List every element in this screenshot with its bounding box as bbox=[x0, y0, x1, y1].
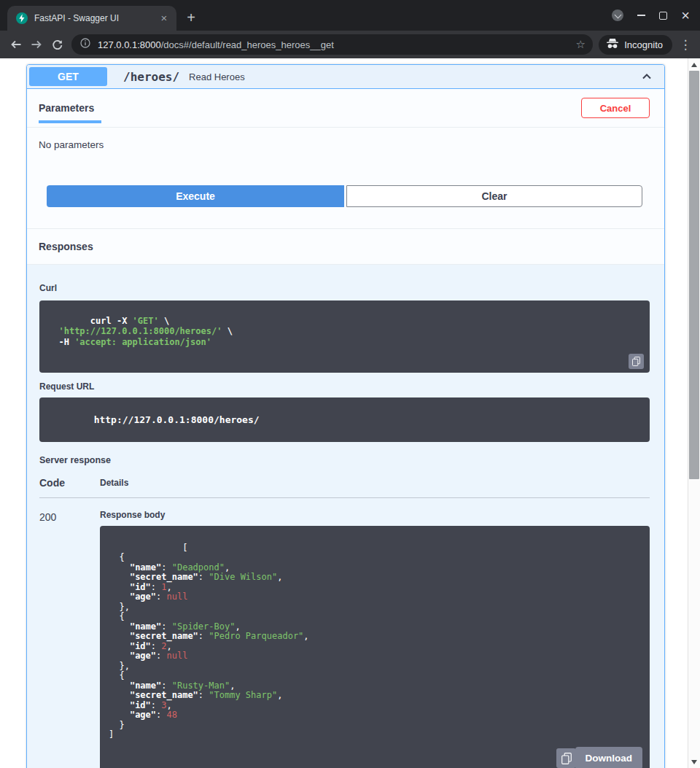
status-code: 200 bbox=[39, 510, 100, 523]
response-table-header: Code Details bbox=[39, 474, 650, 498]
minimize-icon[interactable] bbox=[637, 15, 645, 16]
request-url-block: http://127.0.0.1:8000/heroes/ bbox=[39, 397, 650, 442]
window-close-icon[interactable]: × bbox=[681, 9, 690, 21]
response-body-label: Response body bbox=[100, 510, 650, 520]
clear-button[interactable]: Clear bbox=[346, 185, 642, 207]
site-info-icon[interactable] bbox=[80, 38, 90, 51]
details-column-header: Details bbox=[100, 478, 650, 488]
code-column-header: Code bbox=[39, 477, 100, 489]
maximize-icon[interactable] bbox=[659, 12, 667, 20]
execute-row: Execute Clear bbox=[47, 185, 642, 207]
curl-label: Curl bbox=[39, 283, 650, 293]
incognito-icon bbox=[606, 39, 619, 51]
url-text[interactable]: 127.0.0.1:8000/docs#/default/read_heroes… bbox=[98, 39, 571, 50]
address-bar[interactable]: 127.0.0.1:8000/docs#/default/read_heroes… bbox=[71, 34, 593, 55]
reload-icon[interactable] bbox=[47, 34, 67, 55]
window-controls: × bbox=[612, 0, 690, 31]
browser-toolbar: 127.0.0.1:8000/docs#/default/read_heroes… bbox=[0, 31, 700, 58]
copy-response-icon[interactable] bbox=[556, 748, 576, 768]
tab-close-icon[interactable]: × bbox=[158, 12, 171, 25]
request-url-value: http://127.0.0.1:8000/heroes/ bbox=[94, 414, 260, 425]
page-scrollbar[interactable] bbox=[688, 58, 700, 768]
curl-command-text: curl -X 'GET' \ 'http://127.0.0.1:8000/h… bbox=[48, 316, 233, 347]
scroll-up-icon[interactable] bbox=[688, 58, 700, 71]
cancel-button[interactable]: Cancel bbox=[581, 98, 650, 118]
browser-titlebar: FastAPI - Swagger UI × + × bbox=[0, 0, 700, 31]
swagger-page: GET /heroes/ Read Heroes Parameters Canc… bbox=[0, 58, 688, 768]
responses-title: Responses bbox=[39, 241, 93, 252]
parameters-body: No parameters Execute Clear bbox=[27, 128, 664, 228]
response-row-200: 200 Response body [ { "name": "Deadpond"… bbox=[39, 498, 650, 768]
operation-description: Read Heroes bbox=[189, 71, 245, 82]
responses-header: Responses bbox=[27, 228, 664, 265]
browser-update-icon[interactable] bbox=[612, 9, 623, 21]
curl-command-block: curl -X 'GET' \ 'http://127.0.0.1:8000/h… bbox=[39, 300, 650, 373]
server-response-label: Server response bbox=[39, 455, 650, 465]
no-parameters-message: No parameters bbox=[27, 128, 664, 150]
url-host: 127.0.0.1:8000 bbox=[98, 39, 161, 50]
browser-menu-icon[interactable]: ⋮ bbox=[677, 37, 694, 53]
new-tab-button[interactable]: + bbox=[181, 8, 201, 28]
tab-title: FastAPI - Swagger UI bbox=[34, 13, 158, 23]
response-details-cell: Response body [ { "name": "Deadpond", "s… bbox=[100, 510, 650, 768]
bookmark-star-icon[interactable]: ☆ bbox=[571, 35, 590, 54]
request-url-label: Request URL bbox=[39, 381, 650, 392]
operation-summary[interactable]: GET /heroes/ Read Heroes bbox=[27, 65, 664, 89]
incognito-badge: Incognito bbox=[599, 35, 672, 55]
tab-parameters[interactable]: Parameters bbox=[39, 89, 94, 127]
scroll-down-icon[interactable] bbox=[688, 756, 700, 768]
operation-path: /heroes/ bbox=[123, 70, 179, 84]
browser-tab[interactable]: FastAPI - Swagger UI × bbox=[7, 6, 176, 31]
forward-icon[interactable] bbox=[26, 34, 47, 55]
responses-body: Curl curl -X 'GET' \ 'http://127.0.0.1:8… bbox=[27, 265, 664, 768]
back-icon[interactable] bbox=[6, 34, 26, 55]
url-path: /docs#/default/read_heroes_heroes__get bbox=[161, 39, 334, 50]
parameters-header: Parameters Cancel bbox=[27, 89, 664, 128]
copy-curl-icon[interactable] bbox=[629, 354, 644, 369]
response-body-block: [ { "name": "Deadpond", "secret_name": "… bbox=[100, 526, 650, 768]
download-button[interactable]: Download bbox=[575, 747, 643, 768]
fastapi-favicon-icon bbox=[16, 12, 28, 24]
operation-block-get-heroes: GET /heroes/ Read Heroes Parameters Canc… bbox=[26, 64, 665, 768]
response-body-json: [ { "name": "Deadpond", "secret_name": "… bbox=[109, 543, 309, 740]
execute-button[interactable]: Execute bbox=[47, 185, 344, 207]
scrollbar-thumb[interactable] bbox=[689, 71, 699, 479]
collapse-chevron-icon[interactable] bbox=[639, 69, 654, 84]
incognito-label: Incognito bbox=[624, 39, 663, 50]
server-response-table: Code Details 200 Response body [ { "name… bbox=[39, 474, 650, 768]
http-method-badge: GET bbox=[29, 67, 107, 86]
